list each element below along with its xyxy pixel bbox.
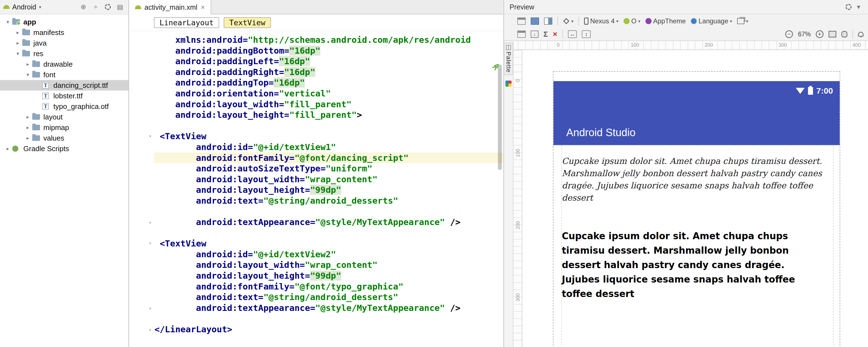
preview-canvas[interactable]: 7:00 Android Studio Cupcake ipsum dolor … <box>522 50 868 347</box>
code-line[interactable] <box>129 120 503 131</box>
code-line[interactable]: ▴ android:textAppearance="@style/MyTextA… <box>129 303 503 313</box>
code-line[interactable]: xmlns:android="http://schemas.android.co… <box>129 34 503 45</box>
code-line[interactable] <box>129 206 503 217</box>
code-line[interactable]: android:paddingTop="16dp" <box>129 77 503 88</box>
code-line[interactable]: android:layout_height="99dp" <box>129 185 503 195</box>
tree-item-gradle-scripts[interactable]: ▸Gradle Scripts <box>0 144 128 154</box>
minimize-panel-icon[interactable]: ▾ <box>854 2 864 11</box>
close-icon[interactable]: × <box>200 4 205 11</box>
chevron-right-icon[interactable]: ▸ <box>23 61 32 67</box>
tab-activity-main-xml[interactable]: activity_main.xml × <box>129 0 211 14</box>
language-selector[interactable]: Language ▾ <box>691 17 732 25</box>
code-line[interactable] <box>129 313 503 324</box>
textview2-typo-graphica[interactable]: Cupcake ipsum dolor sit. Amet chupa chup… <box>562 229 818 301</box>
code-line[interactable]: ▴</LinearLayout> <box>129 324 503 335</box>
code-line[interactable] <box>129 227 503 239</box>
device-screen[interactable]: 7:00 Android Studio Cupcake ipsum dolor … <box>553 71 840 347</box>
code-line[interactable]: android:layout_height="99dp" <box>129 270 503 281</box>
code-line[interactable]: android:layout_height="fill_parent"> <box>129 109 503 120</box>
tree-item-drawable[interactable]: ▸drawable <box>0 59 128 69</box>
save-screenshot-icon[interactable]: ↓ <box>531 31 538 38</box>
device-selector[interactable]: Nexus 4 ▾ <box>584 17 619 25</box>
tree-item-dancing-script-ttf[interactable]: Tdancing_script.ttf <box>0 80 128 91</box>
fold-marker-icon[interactable]: ▾ <box>129 131 154 142</box>
breadcrumb: LinearLayoutTextView <box>129 14 503 31</box>
code-line[interactable]: android:orientation="vertical" <box>129 88 503 99</box>
code-line[interactable]: android:text="@string/android_desserts" <box>129 292 503 303</box>
tree-item-app[interactable]: ▾app <box>0 17 128 27</box>
chevron-right-icon[interactable]: ▸ <box>23 135 32 141</box>
tree-item-typo-graphica-otf[interactable]: Ttypo_graphica.otf <box>0 101 128 112</box>
api-version-selector[interactable]: O ▾ <box>623 17 641 25</box>
code-text: android:fontFamily="@font/typo_graphica" <box>154 281 503 292</box>
chevron-down-icon[interactable]: ▾ <box>13 51 22 57</box>
code-line[interactable]: android:autoSizeTextType="uniform" <box>129 163 503 174</box>
chevron-down-icon[interactable]: ▾ <box>3 19 12 25</box>
tree-item-mipmap[interactable]: ▸mipmap <box>0 122 128 133</box>
zoom-out-button[interactable]: − <box>785 30 793 38</box>
code-editor[interactable]: xmlns:android="http://schemas.android.co… <box>129 31 503 347</box>
stretch-height-icon[interactable]: ↕ <box>582 30 591 38</box>
stretch-width-icon[interactable]: ↔ <box>568 30 577 38</box>
zoom-in-button[interactable]: + <box>816 30 824 38</box>
code-text: android:paddingTop="16dp" <box>154 77 503 88</box>
code-text: android:textAppearance="@style/MyTextApp… <box>154 217 503 227</box>
tree-item-java[interactable]: ▸java <box>0 38 128 48</box>
chevron-right-icon[interactable]: ▸ <box>23 124 32 131</box>
tree-item-res[interactable]: ▾res <box>0 48 128 59</box>
chevron-right-icon[interactable]: ▸ <box>13 40 22 46</box>
palette-tab[interactable]: Palette <box>504 43 513 75</box>
code-line[interactable]: android:id="@+id/textView2" <box>129 249 503 260</box>
close-preview-icon[interactable]: × <box>553 30 557 38</box>
tree-item-layout[interactable]: ▸layout <box>0 112 128 122</box>
textview1-dancing-script[interactable]: Cupcake ipsum dolor sit. Amet chupa chup… <box>562 155 833 204</box>
tree-item-values[interactable]: ▸values <box>0 133 128 144</box>
code-line[interactable]: android:paddingRight="16dp" <box>129 67 503 77</box>
editor-scrollbar[interactable] <box>498 64 502 170</box>
code-line[interactable]: android:paddingBottom="16dp" <box>129 45 503 56</box>
scope-icon[interactable]: ⊕ <box>79 2 88 11</box>
notifications-bell-icon[interactable] <box>858 32 864 37</box>
collapse-all-icon[interactable]: ÷ <box>91 2 100 11</box>
chevron-right-icon[interactable]: ▸ <box>23 114 32 120</box>
code-line[interactable]: android:fontFamily="@font/dancing_script… <box>129 153 503 163</box>
sigma-icon[interactable]: Σ <box>544 30 548 39</box>
design-view-icon[interactable] <box>517 18 526 25</box>
tree-item-font[interactable]: ▾font <box>0 69 128 80</box>
code-line[interactable]: android:layout_width="fill_parent" <box>129 99 503 110</box>
project-view-selector[interactable]: Android ▾ <box>3 3 41 11</box>
code-line[interactable]: ▾ <TextView <box>129 131 503 142</box>
grid-icon[interactable] <box>517 31 526 38</box>
pan-hand-icon[interactable] <box>841 31 847 37</box>
tree-item-lobster-ttf[interactable]: Tlobster.ttf <box>0 91 128 101</box>
breadcrumb-item-linearlayout[interactable]: LinearLayout <box>154 17 219 28</box>
theme-selector[interactable]: AppTheme <box>646 17 686 25</box>
breadcrumb-item-textview[interactable]: TextView <box>224 17 271 28</box>
code-line[interactable]: android:layout_width="wrap_content" <box>129 259 503 270</box>
code-line[interactable]: android:id="@+id/textView1" <box>129 142 503 153</box>
hide-panel-icon[interactable]: ▤ <box>115 2 125 11</box>
fold-marker-icon[interactable]: ▴ <box>129 303 154 313</box>
fold-marker-icon[interactable]: ▴ <box>129 217 154 227</box>
code-line[interactable]: android:layout_width="wrap_content" <box>129 174 503 185</box>
code-line[interactable]: android:paddingLeft="16dp" <box>129 56 503 67</box>
preview-settings-gear-icon[interactable] <box>843 2 854 11</box>
orientation-selector[interactable]: ▾ <box>563 19 574 24</box>
chevron-right-icon[interactable]: ▸ <box>13 29 22 36</box>
settings-gear-icon[interactable] <box>103 2 113 11</box>
code-line[interactable]: android:text="@string/android_desserts" <box>129 195 503 206</box>
tree-item-label: lobster.ttf <box>53 92 83 100</box>
chevron-right-icon[interactable]: ▸ <box>3 146 12 152</box>
both-views-icon[interactable] <box>544 18 552 25</box>
blueprint-view-icon[interactable] <box>531 18 539 25</box>
chevron-down-icon[interactable]: ▾ <box>23 72 32 78</box>
layout-variant-selector[interactable]: ▾ <box>737 18 748 24</box>
fold-marker-icon[interactable]: ▴ <box>129 324 154 335</box>
fold-marker-icon[interactable]: ▾ <box>129 238 154 249</box>
code-line[interactable]: ▴ android:textAppearance="@style/MyTextA… <box>129 217 503 227</box>
palette-colors-icon[interactable] <box>505 81 512 87</box>
tree-item-manifests[interactable]: ▸manifests <box>0 27 128 38</box>
zoom-fit-icon[interactable] <box>829 31 836 37</box>
code-line[interactable]: android:fontFamily="@font/typo_graphica" <box>129 281 503 292</box>
code-line[interactable]: ▾ <TextView <box>129 238 503 249</box>
